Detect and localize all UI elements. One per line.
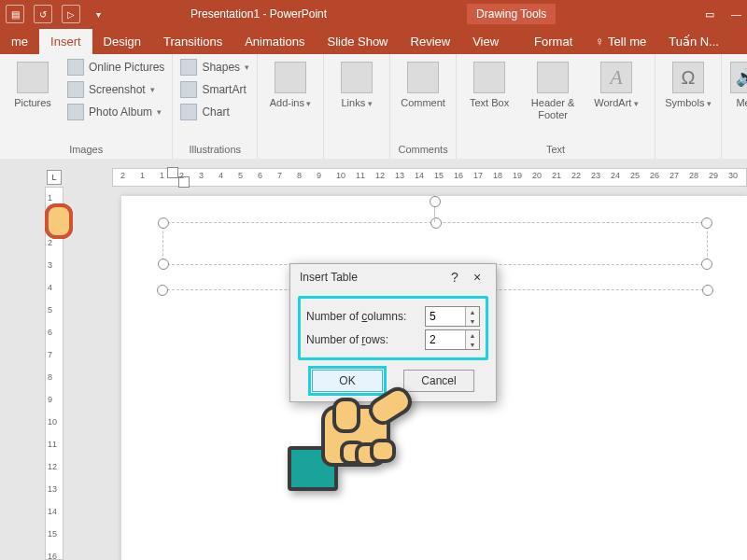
rows-input[interactable]: [426, 330, 465, 349]
comment-label: Comment: [401, 97, 445, 109]
tab-transitions[interactable]: Transitions: [152, 29, 233, 54]
tab-insert[interactable]: Insert: [39, 29, 92, 54]
h-ruler-tick: 10: [336, 171, 345, 180]
shapes-button[interactable]: Shapes: [178, 58, 251, 77]
ribbon: Pictures Online Pictures Screenshot Phot…: [0, 54, 747, 160]
columns-spinner[interactable]: ▲▼: [425, 306, 480, 327]
h-ruler-tick: 29: [709, 171, 718, 180]
group-links: Links: [324, 54, 390, 159]
online-pictures-icon: [67, 59, 84, 76]
v-ruler-tick: 8: [48, 372, 52, 382]
quick-access-toolbar: ▤ ↺ ▷ ▾: [6, 5, 106, 23]
addins-icon: [275, 62, 306, 93]
h-ruler-tick: 7: [277, 171, 282, 180]
ok-button[interactable]: OK: [312, 370, 383, 392]
h-ruler-tick: 11: [356, 171, 365, 180]
chart-button[interactable]: Chart: [178, 103, 251, 121]
header-footer-button[interactable]: Header & Footer: [522, 58, 584, 121]
v-ruler-tick: 1: [48, 193, 52, 203]
resize-handle-se[interactable]: [701, 259, 712, 270]
links-button[interactable]: Links: [330, 58, 384, 110]
screenshot-label: Screenshot: [89, 83, 146, 96]
wordart-button[interactable]: A WordArt: [589, 58, 643, 110]
screenshot-button[interactable]: Screenshot: [65, 80, 166, 99]
resize-handle-ne[interactable]: [702, 285, 713, 296]
resize-handle-sw[interactable]: [158, 259, 169, 270]
horizontal-ruler[interactable]: 2112345678910111213141516171819202122232…: [112, 168, 747, 187]
text-box-button[interactable]: Text Box: [462, 58, 516, 109]
tab-home-partial[interactable]: me: [0, 29, 39, 54]
document-title: Presentation1 - PowerPoint: [190, 7, 327, 21]
h-ruler-tick: 19: [513, 171, 522, 180]
dialog-close-button[interactable]: ×: [466, 270, 488, 285]
h-ruler-tick: 16: [454, 171, 463, 180]
online-pictures-button[interactable]: Online Pictures: [65, 58, 166, 77]
dialog-help-button[interactable]: ?: [444, 270, 466, 285]
h-ruler-tick: 15: [434, 171, 444, 180]
h-ruler-tick: 1: [160, 171, 164, 180]
v-ruler-tick: 4: [48, 283, 52, 292]
chart-label: Chart: [202, 105, 229, 119]
pictures-label: Pictures: [14, 97, 51, 109]
rows-spinner[interactable]: ▲▼: [425, 329, 480, 350]
v-ruler-tick: 10: [48, 417, 57, 427]
v-ruler-tick: 2: [48, 238, 52, 247]
pictures-button[interactable]: Pictures: [6, 58, 60, 109]
photo-album-label: Photo Album: [89, 105, 152, 119]
media-button[interactable]: 🔊 Med: [727, 58, 747, 109]
resize-handle-nw[interactable]: [158, 217, 169, 229]
photo-album-button[interactable]: Photo Album: [65, 103, 166, 121]
h-ruler-tick: 28: [689, 171, 698, 180]
ribbon-tabs: me Insert Design Transitions Animations …: [0, 28, 747, 54]
wordart-label: WordArt: [594, 97, 639, 110]
resize-handle-ne[interactable]: [701, 217, 712, 229]
tab-view[interactable]: View: [461, 29, 510, 54]
title-bar: ▤ ↺ ▷ ▾ Presentation1 - PowerPoint Drawi…: [0, 0, 747, 28]
cancel-button[interactable]: Cancel: [403, 370, 474, 392]
screenshot-icon: [67, 81, 84, 98]
title-placeholder[interactable]: [162, 222, 708, 265]
tell-me-search[interactable]: ♀ Tell me: [584, 29, 657, 54]
columns-input[interactable]: [426, 307, 465, 326]
resize-handle-nw[interactable]: [157, 285, 168, 296]
h-ruler-tick: 27: [669, 171, 679, 180]
online-pictures-label: Online Pictures: [89, 61, 164, 74]
ribbon-options-icon[interactable]: ▭: [705, 8, 714, 21]
addins-label: Add-ins: [270, 97, 312, 110]
qat-custom-dropdown-icon[interactable]: ▾: [90, 6, 106, 22]
signed-in-user[interactable]: Tuấn N...: [657, 29, 730, 54]
addins-button[interactable]: Add-ins: [263, 58, 317, 110]
smartart-button[interactable]: SmartArt: [178, 80, 251, 99]
h-ruler-tick: 26: [650, 171, 659, 180]
save-icon[interactable]: ▤: [6, 5, 24, 23]
vertical-ruler[interactable]: 112345678910111213141516: [45, 187, 63, 560]
header-footer-icon: [537, 62, 569, 93]
dialog-titlebar[interactable]: Insert Table ? ×: [290, 264, 496, 290]
undo-icon[interactable]: ↺: [34, 5, 52, 23]
rows-up-icon[interactable]: ▲: [466, 330, 479, 340]
rotation-handle[interactable]: [430, 196, 441, 207]
rows-down-icon[interactable]: ▼: [466, 340, 479, 349]
symbols-button[interactable]: Ω Symbols: [661, 58, 715, 110]
columns-label: Number of columns:: [306, 310, 419, 323]
v-ruler-tick: 16: [48, 552, 57, 560]
tab-format[interactable]: Format: [523, 29, 584, 54]
columns-down-icon[interactable]: ▼: [466, 316, 479, 326]
v-ruler-tick: 7: [48, 350, 52, 359]
resize-handle-n[interactable]: [430, 217, 442, 229]
tab-animations[interactable]: Animations: [233, 29, 316, 54]
columns-up-icon[interactable]: ▲: [466, 307, 479, 316]
indent-marker-left[interactable]: [167, 167, 178, 178]
rows-label: Number of rows:: [306, 333, 419, 346]
tab-design[interactable]: Design: [92, 29, 152, 54]
tab-review[interactable]: Review: [400, 29, 462, 54]
slide-thumbnail-selected[interactable]: [45, 203, 73, 239]
minimize-icon[interactable]: —: [731, 8, 741, 21]
v-ruler-tick: 5: [48, 305, 52, 315]
group-text: Text Box Header & Footer A WordArt Text: [457, 54, 655, 159]
start-from-beginning-icon[interactable]: ▷: [62, 5, 80, 23]
tab-slide-show[interactable]: Slide Show: [316, 29, 399, 54]
comment-button[interactable]: Comment: [396, 58, 450, 109]
tab-selector[interactable]: L: [47, 170, 62, 185]
group-symbols: Ω Symbols: [655, 54, 722, 159]
